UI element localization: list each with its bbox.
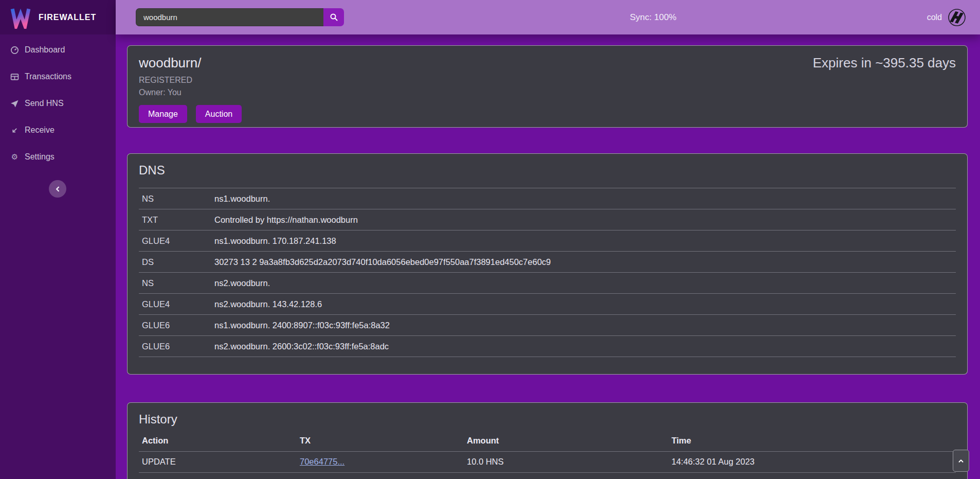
dns-record-row: GLUE6ns2.woodburn. 2600:3c02::f03c:93ff:… bbox=[139, 336, 956, 357]
dns-table: NSns1.woodburn.TXTControlled by https://… bbox=[139, 188, 956, 357]
sidebar-item-dashboard[interactable]: Dashboard bbox=[0, 37, 116, 63]
sidebar: FIREWALLET Dashboard Transactions Send H… bbox=[0, 0, 116, 479]
dns-record-value: Controlled by https://nathan.woodburn bbox=[211, 209, 956, 230]
history-column-header: Action bbox=[139, 431, 297, 451]
dns-record-row: NSns2.woodburn. bbox=[139, 273, 956, 294]
history-amount: 10.0 HNS bbox=[464, 451, 668, 472]
search-group bbox=[136, 8, 344, 26]
receive-arrow-icon bbox=[10, 126, 19, 135]
brand: FIREWALLET bbox=[0, 0, 116, 34]
scroll-to-top-button[interactable] bbox=[953, 450, 969, 472]
sidebar-item-label: Send HNS bbox=[25, 99, 64, 108]
sidebar-item-label: Transactions bbox=[25, 72, 71, 81]
history-action: RENEW bbox=[139, 472, 297, 479]
history-title: History bbox=[139, 412, 956, 427]
dns-record-type: TXT bbox=[139, 209, 211, 230]
history-header-row: ActionTXAmountTime bbox=[139, 431, 956, 451]
dns-record-type: GLUE6 bbox=[139, 336, 211, 357]
chevron-up-icon bbox=[957, 457, 965, 465]
table-icon bbox=[10, 73, 19, 81]
search-icon bbox=[330, 13, 338, 22]
sync-status: Sync: 100% bbox=[630, 0, 677, 34]
dns-record-value: ns1.woodburn. 170.187.241.138 bbox=[211, 230, 956, 252]
dns-title: DNS bbox=[139, 163, 956, 178]
history-row: UPDATE70e64775...10.0 HNS14:46:32 01 Aug… bbox=[139, 451, 956, 472]
history-time: 15:47:06 07 Feb 2023 bbox=[668, 472, 956, 479]
history-tx-cell: 70e64775... bbox=[297, 451, 464, 472]
history-action: UPDATE bbox=[139, 451, 297, 472]
chevron-left-icon bbox=[54, 185, 62, 193]
page-content: woodburn/ REGISTERED Owner: You Manage A… bbox=[116, 34, 980, 479]
history-column-header: Time bbox=[668, 431, 956, 451]
search-button[interactable] bbox=[323, 8, 344, 26]
history-card: History ActionTXAmountTime UPDATE70e6477… bbox=[127, 402, 968, 479]
sidebar-item-label: Receive bbox=[25, 126, 55, 135]
dns-record-value: 30273 13 2 9a3a8fb3d625d2a2073d740f10da6… bbox=[211, 252, 956, 273]
manage-button[interactable]: Manage bbox=[139, 105, 187, 123]
dashboard-gauge-icon bbox=[10, 46, 19, 55]
dns-record-value: ns2.woodburn. 143.42.128.6 bbox=[211, 294, 956, 315]
topbar: Sync: 100% cold bbox=[116, 0, 980, 34]
dns-record-type: GLUE6 bbox=[139, 315, 211, 336]
dns-record-type: GLUE4 bbox=[139, 230, 211, 252]
history-amount: 10.0 HNS bbox=[464, 472, 668, 479]
history-row: RENEW47bc3e5...10.0 HNS15:47:06 07 Feb 2… bbox=[139, 472, 956, 479]
send-paper-plane-icon bbox=[10, 99, 19, 108]
dns-record-value: ns1.woodburn. 2400:8907::f03c:93ff:fe5a:… bbox=[211, 315, 956, 336]
dns-record-row: TXTControlled by https://nathan.woodburn bbox=[139, 209, 956, 230]
sidebar-collapse-button[interactable] bbox=[49, 180, 66, 198]
dns-record-type: DS bbox=[139, 252, 211, 273]
app-window: FIREWALLET Dashboard Transactions Send H… bbox=[0, 0, 980, 479]
domain-owner: Owner: You bbox=[139, 88, 956, 97]
history-column-header: TX bbox=[297, 431, 464, 451]
dns-record-row: GLUE6ns1.woodburn. 2400:8907::f03c:93ff:… bbox=[139, 315, 956, 336]
dns-record-type: NS bbox=[139, 188, 211, 209]
sidebar-nav: Dashboard Transactions Send HNS Receive bbox=[0, 34, 116, 170]
main-area: Sync: 100% cold woodburn/ REGISTERED Own… bbox=[116, 0, 980, 479]
domain-card: woodburn/ REGISTERED Owner: You Manage A… bbox=[127, 45, 968, 128]
search-input[interactable] bbox=[136, 8, 323, 26]
dns-record-value: ns2.woodburn. bbox=[211, 273, 956, 294]
sidebar-item-label: Dashboard bbox=[25, 45, 65, 55]
history-table-body: UPDATE70e64775...10.0 HNS14:46:32 01 Aug… bbox=[139, 451, 956, 479]
dns-record-row: GLUE4ns2.woodburn. 143.42.128.6 bbox=[139, 294, 956, 315]
sidebar-item-send-hns[interactable]: Send HNS bbox=[0, 90, 116, 117]
wallet-selector[interactable]: cold bbox=[927, 8, 966, 27]
sidebar-item-settings[interactable]: ⚙ Settings bbox=[0, 144, 116, 170]
dns-table-body: NSns1.woodburn.TXTControlled by https://… bbox=[139, 188, 956, 357]
history-table: ActionTXAmountTime UPDATE70e64775...10.0… bbox=[139, 431, 956, 479]
history-tx-cell: 47bc3e5... bbox=[297, 472, 464, 479]
domain-status: REGISTERED bbox=[139, 76, 956, 85]
wallet-name: cold bbox=[927, 13, 942, 22]
dns-record-value: ns1.woodburn. bbox=[211, 188, 956, 209]
gear-icon: ⚙ bbox=[10, 153, 19, 162]
dns-record-row: DS30273 13 2 9a3a8fb3d625d2a2073d740f10d… bbox=[139, 252, 956, 273]
auction-button[interactable]: Auction bbox=[196, 105, 242, 123]
history-time: 14:46:32 01 Aug 2023 bbox=[668, 451, 956, 472]
domain-expiry: Expires in ~395.35 days bbox=[813, 55, 956, 71]
sidebar-item-receive[interactable]: Receive bbox=[0, 117, 116, 144]
dns-card: DNS NSns1.woodburn.TXTControlled by http… bbox=[127, 153, 968, 375]
handshake-hns-logo-icon bbox=[948, 8, 966, 27]
dns-record-row: GLUE4ns1.woodburn. 170.187.241.138 bbox=[139, 230, 956, 252]
sidebar-item-label: Settings bbox=[25, 152, 55, 162]
dns-record-value: ns2.woodburn. 2600:3c02::f03c:93ff:fe5a:… bbox=[211, 336, 956, 357]
firewallet-logo-icon bbox=[9, 6, 32, 29]
tx-link[interactable]: 70e64775... bbox=[300, 457, 344, 466]
brand-name: FIREWALLET bbox=[39, 13, 96, 22]
sidebar-item-transactions[interactable]: Transactions bbox=[0, 63, 116, 90]
dns-record-type: GLUE4 bbox=[139, 294, 211, 315]
dns-record-row: NSns1.woodburn. bbox=[139, 188, 956, 209]
dns-record-type: NS bbox=[139, 273, 211, 294]
domain-actions: Manage Auction bbox=[139, 105, 956, 123]
history-column-header: Amount bbox=[464, 431, 668, 451]
